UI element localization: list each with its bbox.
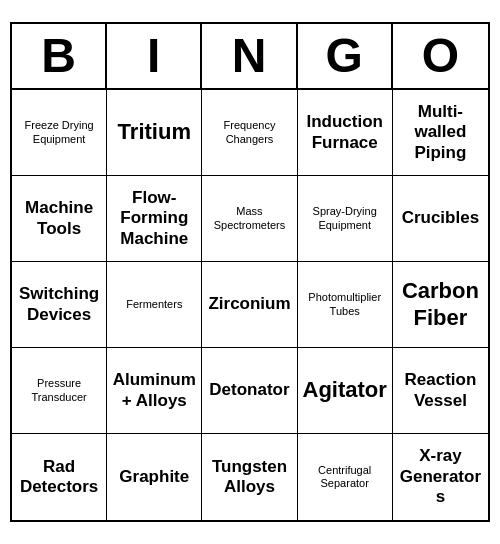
bingo-cell-5: Machine Tools	[12, 176, 107, 262]
header-letter-N: N	[202, 24, 297, 88]
bingo-cell-7: Mass Spectrometers	[202, 176, 297, 262]
bingo-grid: Freeze Drying EquipmentTritiumFrequency …	[12, 90, 488, 520]
bingo-cell-9: Crucibles	[393, 176, 488, 262]
bingo-cell-14: Carbon Fiber	[393, 262, 488, 348]
bingo-cell-20: Rad Detectors	[12, 434, 107, 520]
header-letter-O: O	[393, 24, 488, 88]
bingo-cell-1: Tritium	[107, 90, 202, 176]
bingo-cell-16: Aluminum + Alloys	[107, 348, 202, 434]
bingo-cell-6: Flow-Forming Machine	[107, 176, 202, 262]
bingo-cell-19: Reaction Vessel	[393, 348, 488, 434]
bingo-cell-4: Multi-walled Piping	[393, 90, 488, 176]
header-letter-I: I	[107, 24, 202, 88]
bingo-cell-22: Tungsten Alloys	[202, 434, 297, 520]
header-letter-B: B	[12, 24, 107, 88]
bingo-header: BINGO	[12, 24, 488, 90]
bingo-cell-11: Fermenters	[107, 262, 202, 348]
bingo-cell-21: Graphite	[107, 434, 202, 520]
bingo-cell-13: Photomultiplier Tubes	[298, 262, 393, 348]
bingo-cell-23: Centrifugal Separator	[298, 434, 393, 520]
bingo-card: BINGO Freeze Drying EquipmentTritiumFreq…	[10, 22, 490, 522]
bingo-cell-18: Agitator	[298, 348, 393, 434]
bingo-cell-15: Pressure Transducer	[12, 348, 107, 434]
header-letter-G: G	[298, 24, 393, 88]
bingo-cell-0: Freeze Drying Equipment	[12, 90, 107, 176]
bingo-cell-17: Detonator	[202, 348, 297, 434]
bingo-cell-8: Spray-Drying Equipment	[298, 176, 393, 262]
bingo-cell-10: Switching Devices	[12, 262, 107, 348]
bingo-cell-3: Induction Furnace	[298, 90, 393, 176]
bingo-cell-12: Zirconium	[202, 262, 297, 348]
bingo-cell-2: Frequency Changers	[202, 90, 297, 176]
bingo-cell-24: X-ray Generators	[393, 434, 488, 520]
